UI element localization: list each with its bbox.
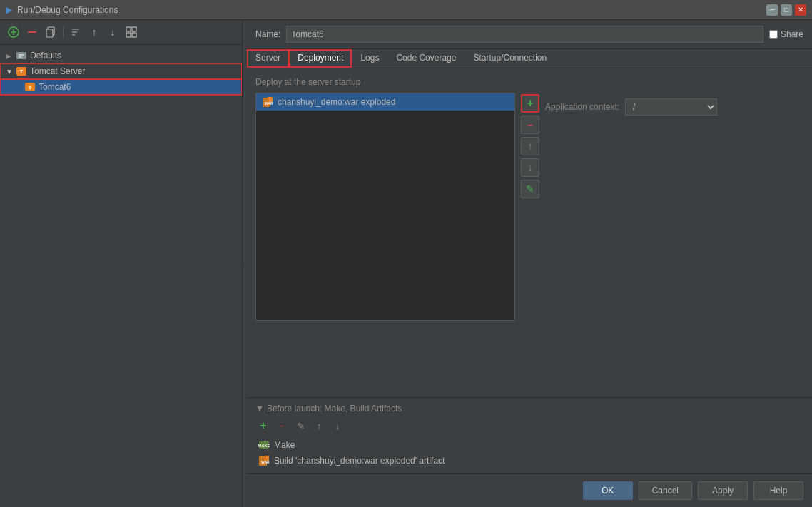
- config-tree: ▶ Defaults ▼ T Tomcat Server: [0, 45, 242, 507]
- deploy-label: Deploy at the server startup: [255, 77, 803, 87]
- app-context-row: Application context: / /app /chanshuyi_d…: [545, 98, 803, 116]
- help-button[interactable]: Help: [753, 481, 803, 500]
- tab-logs[interactable]: Logs: [352, 49, 387, 68]
- tree-item-tomcat6[interactable]: 6 Tomcat6: [0, 79, 242, 95]
- deploy-item-0-label: chanshuyi_demo:war exploded: [278, 97, 395, 107]
- bl-up-button[interactable]: ↑: [311, 418, 327, 434]
- tab-code-coverage-label: Code Coverage: [396, 53, 456, 63]
- name-label: Name:: [255, 29, 280, 39]
- tomcat-server-label: Tomcat Server: [30, 66, 85, 76]
- war-icon: WAR: [262, 96, 273, 108]
- window-title: Run/Debug Configurations: [17, 5, 118, 15]
- share-checkbox[interactable]: [769, 30, 778, 39]
- right-panel: Name: Share Server Deployment Logs Code …: [247, 20, 812, 507]
- tab-deployment[interactable]: Deployment: [289, 49, 352, 68]
- bl-down-button[interactable]: ↓: [330, 418, 345, 434]
- expand-arrow-defaults: ▶: [6, 52, 13, 60]
- sort-button[interactable]: [68, 24, 83, 40]
- bl-add-button[interactable]: +: [255, 418, 271, 434]
- svg-rect-3: [28, 31, 36, 33]
- apply-button[interactable]: Apply: [698, 481, 748, 500]
- edit-artifact-button[interactable]: ✎: [521, 180, 539, 198]
- app-context-area: Application context: / /app /chanshuyi_d…: [545, 93, 803, 321]
- svg-text:T: T: [20, 68, 24, 75]
- before-launch-collapse[interactable]: ▼: [255, 404, 264, 414]
- expand-arrow-tomcat: ▼: [6, 68, 13, 76]
- add-config-button[interactable]: [6, 24, 21, 40]
- copy-config-button[interactable]: [43, 24, 59, 40]
- move-up-button[interactable]: ↑: [86, 24, 102, 40]
- before-launch-section: ▼ Before launch: Make, Build Artifacts +…: [247, 397, 812, 473]
- expand-button[interactable]: [123, 24, 139, 40]
- ok-button[interactable]: OK: [583, 481, 633, 500]
- before-launch-title: Before launch: Make, Build Artifacts: [267, 404, 402, 414]
- move-down-button[interactable]: ↓: [105, 24, 121, 40]
- svg-text:WAR: WAR: [265, 101, 273, 106]
- bl-item-make-label: Make: [274, 440, 295, 450]
- tab-server-label: Server: [255, 53, 280, 63]
- name-input[interactable]: [286, 26, 763, 43]
- share-label: Share: [781, 29, 803, 39]
- tab-startup-connection[interactable]: Startup/Connection: [465, 49, 555, 68]
- main-container: ↑ ↓ ▶ Defaults: [0, 20, 812, 507]
- bl-item-make: MAKE Make: [255, 438, 803, 452]
- tree-item-tomcat-server[interactable]: ▼ T Tomcat Server: [0, 63, 242, 79]
- share-area: Share: [769, 29, 803, 39]
- app-icon: ▶: [6, 4, 13, 15]
- svg-rect-9: [132, 33, 136, 37]
- left-toolbar: ↑ ↓: [0, 20, 242, 45]
- svg-text:WAR: WAR: [261, 460, 270, 464]
- minimize-button[interactable]: ─: [766, 4, 778, 16]
- window-controls: ─ □ ✕: [766, 4, 806, 16]
- close-button[interactable]: ✕: [795, 4, 806, 16]
- toolbar-separator-1: [63, 26, 64, 38]
- move-artifact-down-button[interactable]: ↓: [521, 158, 539, 177]
- tree-item-defaults[interactable]: ▶ Defaults: [0, 48, 242, 63]
- deploy-side-buttons: + − ↑ ↓ ✎: [521, 93, 539, 321]
- app-context-select[interactable]: / /app /chanshuyi_demo: [625, 98, 717, 116]
- bl-item-build-label: Build 'chanshuyi_demo:war exploded' arti…: [274, 456, 445, 466]
- before-launch-header: ▼ Before launch: Make, Build Artifacts: [255, 404, 803, 414]
- svg-rect-5: [46, 29, 53, 37]
- app-context-label: Application context:: [545, 102, 619, 112]
- deploy-list-container: WAR chanshuyi_demo:war exploded + − ↑ ↓ …: [255, 93, 803, 321]
- svg-rect-10: [16, 52, 26, 59]
- remove-artifact-button[interactable]: −: [521, 116, 539, 134]
- cancel-button[interactable]: Cancel: [639, 481, 692, 500]
- tomcat6-icon: 6: [24, 81, 36, 93]
- bottom-bar: OK Cancel Apply Help: [247, 473, 812, 507]
- bl-remove-button[interactable]: −: [274, 418, 290, 434]
- deploy-item-0[interactable]: WAR chanshuyi_demo:war exploded: [256, 93, 514, 111]
- svg-text:MAKE: MAKE: [258, 444, 270, 448]
- tab-logs-label: Logs: [360, 53, 379, 63]
- svg-text:6: 6: [29, 85, 31, 90]
- tab-deployment-label: Deployment: [298, 53, 343, 63]
- svg-rect-6: [126, 27, 131, 31]
- svg-rect-8: [126, 33, 131, 37]
- title-bar-left: ▶ Run/Debug Configurations: [6, 4, 118, 15]
- defaults-icon: [16, 50, 27, 61]
- defaults-label: Defaults: [30, 51, 61, 61]
- maximize-button[interactable]: □: [781, 4, 792, 16]
- name-row: Name: Share: [247, 20, 812, 49]
- bl-edit-button[interactable]: ✎: [293, 418, 308, 434]
- tabs-row: Server Deployment Logs Code Coverage Sta…: [247, 49, 812, 68]
- title-bar: ▶ Run/Debug Configurations ─ □ ✕: [0, 0, 812, 20]
- svg-rect-7: [132, 27, 136, 31]
- bl-item-build-artifact: WAR Build 'chanshuyi_demo:war exploded' …: [255, 454, 803, 468]
- deploy-list: WAR chanshuyi_demo:war exploded: [255, 93, 515, 321]
- tab-startup-connection-label: Startup/Connection: [473, 53, 547, 63]
- make-icon: MAKE: [258, 439, 270, 451]
- move-artifact-up-button[interactable]: ↑: [521, 137, 539, 155]
- content-area: Deploy at the server startup WAR chanshu…: [247, 68, 812, 397]
- before-launch-toolbar: + − ✎ ↑ ↓: [255, 418, 803, 434]
- tomcat-server-icon: T: [16, 66, 27, 77]
- left-panel: ↑ ↓ ▶ Defaults: [0, 20, 243, 507]
- tomcat6-label: Tomcat6: [39, 82, 71, 92]
- add-artifact-button[interactable]: +: [521, 94, 539, 113]
- build-artifact-icon: WAR: [258, 455, 270, 466]
- remove-config-button[interactable]: [24, 24, 40, 40]
- before-launch-items: MAKE Make WAR Build 'chanshuyi_demo:war …: [255, 438, 803, 468]
- tab-server[interactable]: Server: [247, 49, 289, 68]
- tab-code-coverage[interactable]: Code Coverage: [387, 49, 465, 68]
